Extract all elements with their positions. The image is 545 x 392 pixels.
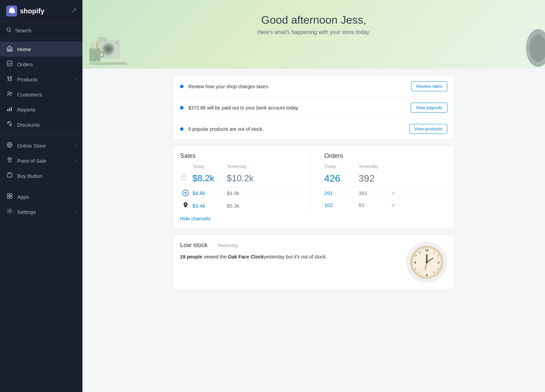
search-icon [6, 27, 12, 34]
bullet-dot-0 [180, 85, 183, 88]
low-stock-product: Oak Face Clock [228, 254, 264, 260]
sidebar-item-online-store[interactable]: Online Store › [0, 138, 82, 153]
discounts-icon [6, 121, 13, 128]
svg-point-16 [9, 210, 11, 212]
reports-label: Reports [17, 107, 76, 113]
svg-text:1: 1 [433, 251, 435, 254]
sales-main-icon [180, 174, 191, 183]
low-stock-count: 19 people [180, 254, 202, 260]
svg-text:2: 2 [437, 254, 439, 257]
low-stock-period: Yesterday [217, 243, 238, 248]
low-stock-text: Low stock · Yesterday 19 people viewed t… [180, 242, 399, 261]
svg-point-23 [115, 41, 118, 44]
svg-rect-6 [7, 109, 8, 111]
sidebar-item-apps[interactable]: Apps [0, 189, 82, 204]
bullet-dot-1 [180, 106, 183, 109]
hide-channels-link[interactable]: Hide channels [180, 216, 211, 221]
buy-button-label: Buy Button [17, 173, 76, 179]
point-of-sale-icon [6, 157, 13, 164]
settings-label: Settings [17, 209, 71, 215]
svg-point-4 [8, 92, 10, 94]
search-item[interactable]: Search [0, 22, 82, 39]
low-stock-header: Low stock · Yesterday [180, 242, 399, 249]
shopify-logo[interactable]: shopify [6, 5, 44, 16]
svg-rect-1 [7, 61, 12, 66]
orders-icon [6, 60, 13, 68]
search-label: Search [15, 27, 32, 33]
svg-text:8: 8 [415, 268, 416, 270]
sales-channel1-icon [180, 189, 191, 196]
sales-section: Sales Today Yesterday [180, 152, 303, 212]
reports-icon [6, 106, 13, 113]
shopify-logo-text: shopify [20, 7, 44, 15]
orders-channel2-yesterday: 63 [359, 202, 390, 208]
svg-rect-14 [7, 196, 9, 198]
orders-channel1-chevron[interactable]: › [392, 190, 394, 196]
svg-text:11: 11 [418, 251, 421, 254]
hero-subtitle: Here's what's happening with your store … [257, 29, 370, 35]
orders-label: Orders [17, 61, 76, 67]
sidebar-item-customers[interactable]: Customers [0, 87, 82, 102]
sidebar-item-point-of-sale[interactable]: Point of Sale › [0, 153, 82, 168]
sidebar-item-settings[interactable]: Settings › [0, 204, 82, 219]
products-label: Products [17, 77, 71, 82]
notification-item-1: $372.88 will be paid out to your bank ac… [173, 97, 454, 118]
svg-rect-7 [9, 108, 10, 111]
settings-icon [6, 208, 13, 216]
sidebar-item-discounts[interactable]: Discounts [0, 117, 82, 132]
view-products-button[interactable]: View products [409, 124, 447, 134]
home-icon [6, 45, 13, 53]
external-link-icon[interactable] [71, 8, 76, 14]
point-of-sale-chevron: › [75, 158, 76, 163]
apps-icon [6, 193, 13, 200]
sales-today-label: Today [192, 164, 223, 169]
svg-rect-30 [181, 176, 186, 180]
low-stock-content: Low stock · Yesterday 19 people viewed t… [173, 235, 454, 290]
vase-decoration [518, 21, 545, 72]
svg-rect-15 [10, 196, 12, 198]
svg-rect-12 [7, 194, 9, 196]
sales-today-value: $8.2k [192, 173, 223, 184]
svg-text:9: 9 [414, 261, 416, 264]
orders-channel2-chevron[interactable]: › [392, 202, 394, 208]
svg-rect-24 [89, 48, 100, 61]
sidebar-item-buy-button[interactable]: Buy Button [0, 168, 82, 183]
stats-card: Sales Today Yesterday [173, 145, 455, 229]
sales-channel2-icon [180, 202, 191, 209]
sidebar-item-products[interactable]: Products › [0, 72, 82, 87]
sidebar-item-reports[interactable]: Reports [0, 102, 82, 117]
customers-label: Customers [17, 92, 76, 97]
camera-decoration [89, 23, 127, 67]
orders-today-value: 426 [324, 173, 355, 184]
svg-text:4: 4 [437, 268, 439, 270]
orders-yesterday-value: 392 [359, 173, 390, 184]
sales-channel2-today: $3.4k [192, 203, 223, 209]
view-payouts-button[interactable]: View payouts [411, 103, 447, 113]
nav-divider-2 [0, 186, 82, 186]
svg-point-22 [106, 47, 111, 51]
orders-title: Orders [324, 152, 448, 160]
low-stock-image: 12 3 6 9 1 2 4 5 7 8 10 11 [406, 242, 447, 283]
orders-channel1-yesterday: 381 [359, 190, 390, 196]
sidebar-item-home[interactable]: Home [0, 42, 82, 57]
sales-yesterday-value: $10.2k [227, 173, 258, 184]
review-rates-button[interactable]: Review rates [411, 81, 447, 91]
sidebar-header: shopify [0, 0, 82, 22]
low-stock-suffix: yesterday but it's out of stock. [264, 254, 327, 260]
clock-icon: 12 3 6 9 1 2 4 5 7 8 10 11 [410, 245, 444, 279]
svg-text:3: 3 [437, 261, 439, 264]
low-stock-middle: viewed the [202, 254, 228, 260]
sidebar-item-orders[interactable]: Orders [0, 57, 82, 72]
settings-chevron: › [75, 209, 76, 214]
low-stock-dot: · [212, 243, 213, 248]
sales-yesterday-label: Yesterday [227, 164, 258, 169]
orders-section: Orders Today Yesterday 426 392 291 [310, 152, 448, 212]
svg-text:7: 7 [419, 271, 420, 274]
products-icon [6, 76, 13, 83]
svg-text:12: 12 [425, 249, 429, 252]
notification-text-1: $372.88 will be paid out to your bank ac… [188, 105, 406, 111]
sales-channel1-yesterday: $4.9k [227, 190, 258, 196]
online-store-label: Online Store [17, 143, 71, 149]
sales-channel1-today: $4.8k [192, 190, 223, 196]
svg-text:5: 5 [433, 271, 435, 274]
